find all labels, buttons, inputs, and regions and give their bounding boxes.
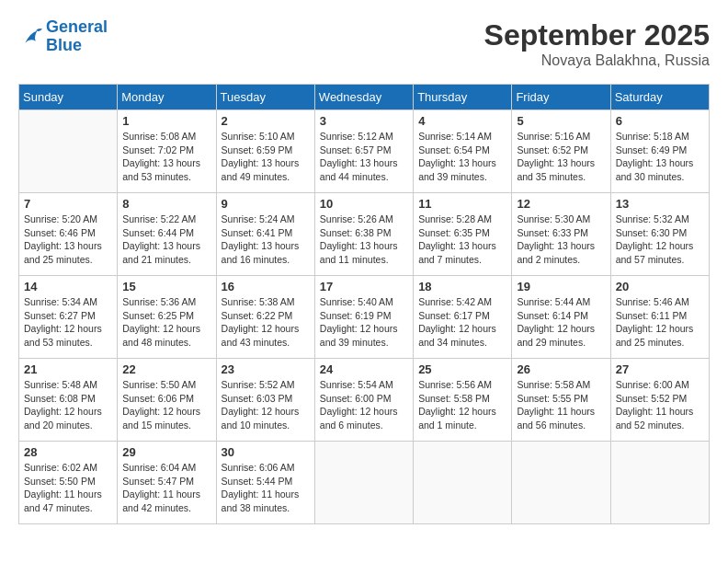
day-info: Sunrise: 6:06 AM Sunset: 5:44 PM Dayligh…	[222, 461, 310, 515]
day-info: Sunrise: 5:58 AM Sunset: 5:55 PM Dayligh…	[517, 378, 605, 432]
calendar-cell: 29Sunrise: 6:04 AM Sunset: 5:47 PM Dayli…	[118, 442, 216, 524]
logo-icon	[18, 24, 44, 50]
day-number: 25	[418, 362, 506, 376]
day-number: 30	[222, 445, 310, 459]
day-number: 21	[24, 362, 112, 376]
calendar-cell: 10Sunrise: 5:26 AM Sunset: 6:38 PM Dayli…	[314, 193, 413, 276]
day-info: Sunrise: 5:20 AM Sunset: 6:46 PM Dayligh…	[24, 213, 112, 267]
day-number: 13	[616, 197, 704, 211]
weekday-header-tuesday: Tuesday	[216, 85, 314, 110]
month-title: September 2025	[484, 18, 710, 52]
calendar-cell	[512, 442, 610, 524]
day-number: 28	[24, 445, 112, 459]
day-number: 12	[517, 197, 605, 211]
weekday-header-thursday: Thursday	[414, 85, 512, 110]
day-number: 23	[222, 362, 310, 376]
day-info: Sunrise: 5:34 AM Sunset: 6:27 PM Dayligh…	[24, 295, 112, 350]
calendar-cell	[314, 442, 413, 524]
location: Novaya Balakhna, Russia	[484, 52, 710, 69]
calendar-cell: 20Sunrise: 5:46 AM Sunset: 6:11 PM Dayli…	[610, 276, 709, 359]
day-info: Sunrise: 5:44 AM Sunset: 6:14 PM Dayligh…	[517, 295, 605, 350]
logo: General Blue	[18, 18, 108, 55]
day-number: 8	[122, 197, 210, 211]
day-info: Sunrise: 5:26 AM Sunset: 6:38 PM Dayligh…	[320, 213, 408, 267]
calendar-cell: 9Sunrise: 5:24 AM Sunset: 6:41 PM Daylig…	[216, 193, 314, 276]
day-info: Sunrise: 5:10 AM Sunset: 6:59 PM Dayligh…	[222, 130, 310, 184]
week-row-4: 21Sunrise: 5:48 AM Sunset: 6:08 PM Dayli…	[19, 359, 710, 442]
calendar-cell: 27Sunrise: 6:00 AM Sunset: 5:52 PM Dayli…	[610, 359, 709, 442]
title-block: September 2025 Novaya Balakhna, Russia	[484, 18, 710, 69]
calendar-cell: 28Sunrise: 6:02 AM Sunset: 5:50 PM Dayli…	[19, 442, 118, 524]
calendar-cell: 15Sunrise: 5:36 AM Sunset: 6:25 PM Dayli…	[118, 276, 216, 359]
day-info: Sunrise: 5:56 AM Sunset: 5:58 PM Dayligh…	[418, 378, 506, 432]
calendar-cell: 11Sunrise: 5:28 AM Sunset: 6:35 PM Dayli…	[414, 193, 512, 276]
weekday-header-row: SundayMondayTuesdayWednesdayThursdayFrid…	[19, 85, 710, 110]
calendar-cell: 8Sunrise: 5:22 AM Sunset: 6:44 PM Daylig…	[118, 193, 216, 276]
day-number: 6	[616, 114, 704, 128]
calendar-cell: 21Sunrise: 5:48 AM Sunset: 6:08 PM Dayli…	[19, 359, 118, 442]
week-row-5: 28Sunrise: 6:02 AM Sunset: 5:50 PM Dayli…	[19, 442, 710, 524]
day-info: Sunrise: 5:38 AM Sunset: 6:22 PM Dayligh…	[222, 295, 310, 350]
weekday-header-wednesday: Wednesday	[314, 85, 413, 110]
calendar-cell: 3Sunrise: 5:12 AM Sunset: 6:57 PM Daylig…	[314, 110, 413, 193]
day-number: 7	[24, 197, 112, 211]
day-info: Sunrise: 5:18 AM Sunset: 6:49 PM Dayligh…	[616, 130, 704, 184]
day-number: 29	[122, 445, 210, 459]
day-number: 17	[320, 280, 408, 293]
day-info: Sunrise: 6:00 AM Sunset: 5:52 PM Dayligh…	[616, 378, 704, 432]
calendar-cell: 6Sunrise: 5:18 AM Sunset: 6:49 PM Daylig…	[610, 110, 709, 193]
day-info: Sunrise: 5:24 AM Sunset: 6:41 PM Dayligh…	[222, 213, 310, 267]
day-info: Sunrise: 5:12 AM Sunset: 6:57 PM Dayligh…	[320, 130, 408, 184]
calendar-cell: 24Sunrise: 5:54 AM Sunset: 6:00 PM Dayli…	[314, 359, 413, 442]
calendar-cell: 30Sunrise: 6:06 AM Sunset: 5:44 PM Dayli…	[216, 442, 314, 524]
week-row-1: 1Sunrise: 5:08 AM Sunset: 7:02 PM Daylig…	[19, 110, 710, 193]
weekday-header-monday: Monday	[118, 85, 216, 110]
day-number: 5	[517, 114, 605, 128]
calendar-cell	[610, 442, 709, 524]
day-number: 2	[222, 114, 310, 128]
calendar-cell: 4Sunrise: 5:14 AM Sunset: 6:54 PM Daylig…	[414, 110, 512, 193]
calendar-cell	[19, 110, 118, 193]
weekday-header-friday: Friday	[512, 85, 610, 110]
day-info: Sunrise: 5:08 AM Sunset: 7:02 PM Dayligh…	[122, 130, 210, 184]
day-number: 19	[517, 280, 605, 293]
calendar-cell: 26Sunrise: 5:58 AM Sunset: 5:55 PM Dayli…	[512, 359, 610, 442]
day-number: 26	[517, 362, 605, 376]
day-info: Sunrise: 5:42 AM Sunset: 6:17 PM Dayligh…	[418, 295, 506, 350]
calendar-cell: 2Sunrise: 5:10 AM Sunset: 6:59 PM Daylig…	[216, 110, 314, 193]
day-info: Sunrise: 6:02 AM Sunset: 5:50 PM Dayligh…	[24, 461, 112, 515]
logo-text-line2: Blue	[46, 37, 108, 55]
day-number: 15	[122, 280, 210, 293]
day-number: 4	[418, 114, 506, 128]
calendar-cell: 25Sunrise: 5:56 AM Sunset: 5:58 PM Dayli…	[414, 359, 512, 442]
day-info: Sunrise: 5:48 AM Sunset: 6:08 PM Dayligh…	[24, 378, 112, 432]
calendar-cell: 7Sunrise: 5:20 AM Sunset: 6:46 PM Daylig…	[19, 193, 118, 276]
page-header: General Blue September 2025 Novaya Balak…	[18, 18, 710, 69]
weekday-header-sunday: Sunday	[19, 85, 118, 110]
calendar-cell: 5Sunrise: 5:16 AM Sunset: 6:52 PM Daylig…	[512, 110, 610, 193]
day-info: Sunrise: 5:32 AM Sunset: 6:30 PM Dayligh…	[616, 213, 704, 267]
day-info: Sunrise: 5:16 AM Sunset: 6:52 PM Dayligh…	[517, 130, 605, 184]
day-info: Sunrise: 6:04 AM Sunset: 5:47 PM Dayligh…	[122, 461, 210, 515]
calendar-cell: 12Sunrise: 5:30 AM Sunset: 6:33 PM Dayli…	[512, 193, 610, 276]
day-info: Sunrise: 5:30 AM Sunset: 6:33 PM Dayligh…	[517, 213, 605, 267]
weekday-header-saturday: Saturday	[610, 85, 709, 110]
day-number: 9	[222, 197, 310, 211]
day-info: Sunrise: 5:54 AM Sunset: 6:00 PM Dayligh…	[320, 378, 408, 432]
calendar-cell: 22Sunrise: 5:50 AM Sunset: 6:06 PM Dayli…	[118, 359, 216, 442]
calendar-table: SundayMondayTuesdayWednesdayThursdayFrid…	[18, 84, 710, 524]
calendar-cell: 13Sunrise: 5:32 AM Sunset: 6:30 PM Dayli…	[610, 193, 709, 276]
day-info: Sunrise: 5:22 AM Sunset: 6:44 PM Dayligh…	[122, 213, 210, 267]
day-number: 24	[320, 362, 408, 376]
calendar-cell	[414, 442, 512, 524]
day-number: 27	[616, 362, 704, 376]
day-info: Sunrise: 5:52 AM Sunset: 6:03 PM Dayligh…	[222, 378, 310, 432]
day-info: Sunrise: 5:40 AM Sunset: 6:19 PM Dayligh…	[320, 295, 408, 350]
day-number: 20	[616, 280, 704, 293]
day-number: 22	[122, 362, 210, 376]
day-info: Sunrise: 5:28 AM Sunset: 6:35 PM Dayligh…	[418, 213, 506, 267]
day-info: Sunrise: 5:14 AM Sunset: 6:54 PM Dayligh…	[418, 130, 506, 184]
day-info: Sunrise: 5:50 AM Sunset: 6:06 PM Dayligh…	[122, 378, 210, 432]
calendar-cell: 17Sunrise: 5:40 AM Sunset: 6:19 PM Dayli…	[314, 276, 413, 359]
day-info: Sunrise: 5:46 AM Sunset: 6:11 PM Dayligh…	[616, 295, 704, 350]
